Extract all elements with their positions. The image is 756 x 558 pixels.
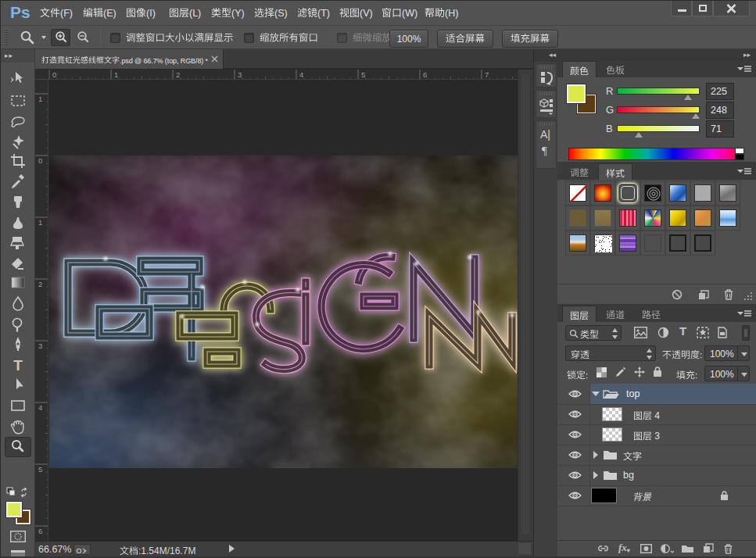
svg-text:1: 1 (38, 218, 42, 227)
svg-text:4: 4 (299, 70, 303, 79)
svg-text:1: 1 (114, 70, 118, 79)
svg-text:5: 5 (38, 465, 42, 474)
svg-text:6: 6 (423, 70, 427, 79)
svg-text:5: 5 (361, 70, 365, 79)
svg-text:4: 4 (38, 403, 42, 412)
svg-text:7: 7 (485, 70, 489, 79)
svg-text:2: 2 (176, 70, 180, 79)
svg-text:6: 6 (38, 527, 42, 535)
svg-text:3: 3 (238, 70, 242, 79)
svg-text:1: 1 (38, 95, 42, 103)
svg-text:2: 2 (38, 280, 42, 288)
svg-text:0: 0 (52, 70, 56, 79)
svg-text:T: T (13, 357, 23, 374)
svg-text:3: 3 (38, 342, 42, 350)
svg-text:0: 0 (38, 156, 42, 165)
